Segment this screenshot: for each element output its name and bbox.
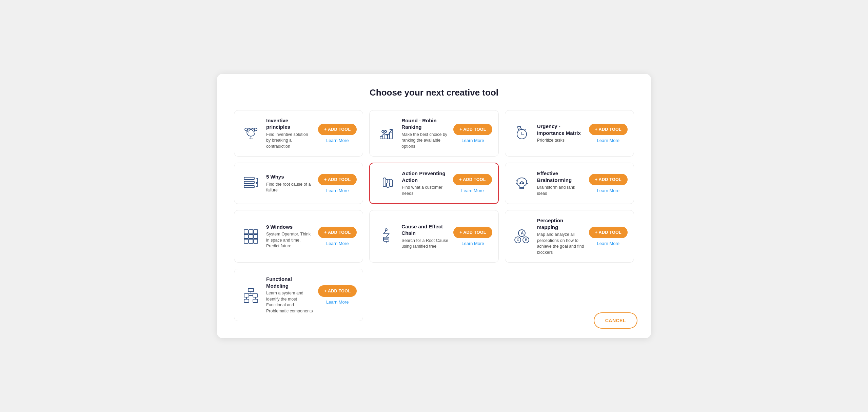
- round-robin-icon: [376, 123, 397, 144]
- svg-rect-31: [249, 239, 253, 243]
- add-tool-btn-functional-modeling[interactable]: + ADD TOOL: [318, 285, 357, 297]
- tool-desc-round-robin: Make the best choice by ranking the avai…: [401, 132, 449, 150]
- tool-name-9-windows: 9 Windows: [266, 224, 313, 230]
- learn-more-cause-effect[interactable]: Learn More: [461, 241, 484, 246]
- svg-rect-14: [244, 185, 254, 188]
- svg-rect-24: [244, 230, 248, 234]
- svg-rect-13: [244, 181, 254, 184]
- add-tool-btn-brainstorming[interactable]: + ADD TOOL: [589, 174, 628, 185]
- tool-desc-action-preventing: Find what a customer needs: [402, 185, 448, 197]
- add-tool-btn-5-whys[interactable]: + ADD TOOL: [318, 174, 357, 185]
- tool-info-urgency-matrix: Urgency - Importance Matrix Prioritize t…: [537, 123, 584, 144]
- tool-info-inventive-principles: Inventive principles Find inventive solu…: [266, 117, 313, 150]
- add-tool-btn-9-windows[interactable]: + ADD TOOL: [318, 227, 357, 238]
- tool-info-cause-effect: Cause and Effect Chain Search for a Root…: [401, 223, 449, 250]
- tool-card-urgency-matrix: Urgency - Importance Matrix Prioritize t…: [505, 110, 634, 157]
- svg-point-5: [382, 130, 384, 132]
- tool-name-urgency-matrix: Urgency - Importance Matrix: [537, 123, 584, 136]
- tool-name-round-robin: Round - Robin Ranking: [401, 117, 449, 130]
- tool-card-brainstorming: Effective Brainstorming Brainstorm and r…: [505, 163, 634, 204]
- svg-rect-47: [244, 299, 249, 303]
- svg-rect-30: [244, 239, 248, 243]
- tool-card-action-preventing: Action Preventing Action Find what a cus…: [369, 163, 498, 204]
- add-tool-btn-perception-mapping[interactable]: + ADD TOOL: [589, 227, 628, 238]
- tool-card-perception-mapping: A C B Perception mapping Map and analyze…: [505, 210, 634, 263]
- svg-point-6: [384, 130, 387, 132]
- tool-info-functional-modeling: Functional Modeling Learn a system and i…: [266, 276, 313, 314]
- add-tool-btn-urgency-matrix[interactable]: + ADD TOOL: [589, 124, 628, 135]
- tool-actions-urgency-matrix: + ADD TOOL Learn More: [589, 124, 628, 143]
- modal-title: Choose your next creative tool: [234, 87, 634, 98]
- brainstorming-icon: [511, 173, 532, 194]
- svg-rect-9: [390, 132, 392, 139]
- svg-rect-43: [244, 294, 249, 297]
- learn-more-inventive-principles[interactable]: Learn More: [326, 138, 349, 143]
- svg-rect-32: [254, 239, 258, 243]
- svg-rect-26: [254, 230, 258, 234]
- tool-card-cause-effect: Cause and Effect Chain Search for a Root…: [369, 210, 498, 263]
- svg-text:B: B: [525, 238, 527, 242]
- functional-modeling-icon: [240, 285, 261, 306]
- learn-more-5-whys[interactable]: Learn More: [326, 188, 349, 193]
- tool-actions-5-whys: + ADD TOOL Learn More: [318, 174, 357, 193]
- tool-desc-cause-effect: Search for a Root Cause using ramified t…: [401, 238, 449, 250]
- tool-actions-9-windows: + ADD TOOL Learn More: [318, 227, 357, 246]
- tool-actions-inventive-principles: + ADD TOOL Learn More: [318, 124, 357, 143]
- tool-desc-inventive-principles: Find inventive solution by breaking a co…: [266, 132, 313, 150]
- add-tool-btn-action-preventing[interactable]: + ADD TOOL: [453, 174, 492, 185]
- tool-card-9-windows: 9 Windows System Operator. Think in spac…: [234, 210, 363, 263]
- learn-more-perception-mapping[interactable]: Learn More: [597, 241, 619, 246]
- tool-desc-brainstorming: Brainstorm and rank ideas: [537, 185, 584, 197]
- perception-mapping-icon: A C B: [511, 226, 532, 247]
- tool-card-inventive-principles: Inventive principles Find inventive solu…: [234, 110, 363, 157]
- svg-point-22: [520, 183, 521, 184]
- tool-name-perception-mapping: Perception mapping: [537, 217, 584, 230]
- svg-point-23: [522, 183, 524, 184]
- svg-rect-44: [253, 294, 258, 297]
- tool-card-functional-modeling: Functional Modeling Learn a system and i…: [234, 269, 363, 321]
- add-tool-btn-cause-effect[interactable]: + ADD TOOL: [453, 227, 492, 238]
- tool-info-9-windows: 9 Windows System Operator. Think in spac…: [266, 224, 313, 249]
- cancel-button[interactable]: CANCEL: [594, 312, 637, 329]
- inventive-principles-icon: [240, 123, 261, 144]
- tool-actions-functional-modeling: + ADD TOOL Learn More: [318, 285, 357, 305]
- add-tool-btn-round-robin[interactable]: + ADD TOOL: [453, 124, 492, 135]
- tool-desc-9-windows: System Operator. Think in space and time…: [266, 231, 313, 249]
- tools-grid: Inventive principles Find inventive solu…: [234, 110, 634, 322]
- tool-info-action-preventing: Action Preventing Action Find what a cus…: [402, 170, 448, 197]
- learn-more-action-preventing[interactable]: Learn More: [461, 188, 484, 193]
- learn-more-brainstorming[interactable]: Learn More: [597, 188, 619, 193]
- 5-whys-icon: [240, 173, 261, 194]
- tool-name-5-whys: 5 Whys: [266, 173, 313, 180]
- tool-desc-functional-modeling: Learn a system and identify the most Fun…: [266, 290, 313, 314]
- add-tool-btn-inventive-principles[interactable]: + ADD TOOL: [318, 124, 357, 135]
- learn-more-urgency-matrix[interactable]: Learn More: [597, 138, 619, 143]
- learn-more-functional-modeling[interactable]: Learn More: [326, 300, 349, 305]
- tool-info-5-whys: 5 Whys Find the root cause of a failure: [266, 173, 313, 193]
- tool-actions-action-preventing: + ADD TOOL Learn More: [453, 174, 492, 193]
- learn-more-round-robin[interactable]: Learn More: [461, 138, 484, 143]
- 9-windows-icon: [240, 226, 261, 247]
- svg-text:A: A: [521, 231, 524, 235]
- tool-info-round-robin: Round - Robin Ranking Make the best choi…: [401, 117, 449, 150]
- tool-chooser-modal: Choose your next creative tool Inventive…: [217, 74, 651, 338]
- tool-name-brainstorming: Effective Brainstorming: [537, 170, 584, 183]
- tool-card-5-whys: 5 Whys Find the root cause of a failure …: [234, 163, 363, 204]
- tool-desc-perception-mapping: Map and analyze all perceptions on how t…: [537, 232, 584, 255]
- svg-text:C: C: [517, 238, 519, 242]
- svg-rect-12: [244, 177, 254, 180]
- tool-actions-perception-mapping: + ADD TOOL Learn More: [589, 227, 628, 246]
- tool-name-cause-effect: Cause and Effect Chain: [401, 223, 449, 236]
- learn-more-9-windows[interactable]: Learn More: [326, 241, 349, 246]
- tool-info-perception-mapping: Perception mapping Map and analyze all p…: [537, 217, 584, 255]
- tool-desc-urgency-matrix: Prioritize tasks: [537, 138, 584, 144]
- svg-rect-25: [249, 230, 253, 234]
- svg-rect-41: [248, 288, 254, 292]
- tool-actions-brainstorming: + ADD TOOL Learn More: [589, 174, 628, 193]
- tool-desc-5-whys: Find the root cause of a failure: [266, 182, 313, 193]
- tool-info-brainstorming: Effective Brainstorming Brainstorm and r…: [537, 170, 584, 197]
- tool-name-action-preventing: Action Preventing Action: [402, 170, 448, 183]
- svg-rect-27: [244, 234, 248, 239]
- svg-rect-28: [249, 234, 253, 239]
- svg-rect-29: [254, 234, 258, 239]
